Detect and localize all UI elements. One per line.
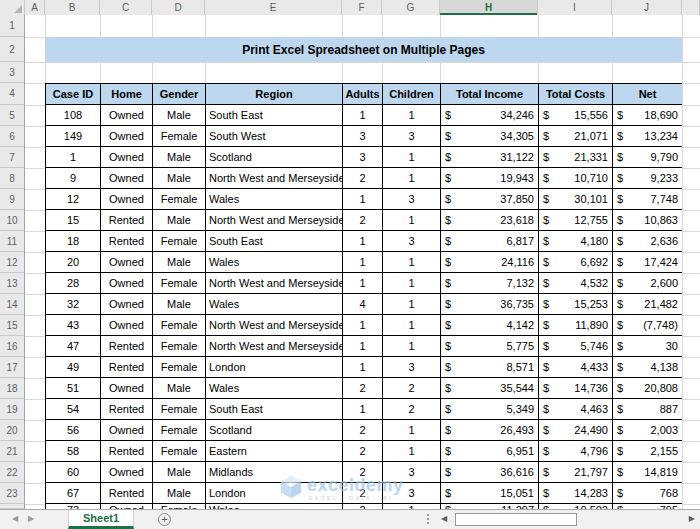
- cell[interactable]: $35,544: [441, 378, 539, 399]
- cell[interactable]: Female: [153, 336, 206, 357]
- column-header-J[interactable]: J: [612, 0, 682, 15]
- cell[interactable]: $31,122: [441, 147, 539, 168]
- cell[interactable]: South East: [206, 105, 343, 126]
- cell[interactable]: $14,283: [539, 483, 613, 504]
- cell[interactable]: Rented: [101, 357, 153, 378]
- cell[interactable]: $21,482: [613, 294, 683, 315]
- cell[interactable]: 108: [46, 105, 101, 126]
- row-header-22[interactable]: 22: [0, 462, 24, 483]
- column-header-I[interactable]: I: [538, 0, 612, 15]
- row-header-11[interactable]: 11: [0, 231, 24, 252]
- cell[interactable]: $2,155: [613, 441, 683, 462]
- cell[interactable]: Female: [153, 357, 206, 378]
- cell[interactable]: Rented: [101, 441, 153, 462]
- cell[interactable]: 51: [46, 378, 101, 399]
- cell[interactable]: 149: [46, 126, 101, 147]
- cell[interactable]: $2,003: [613, 420, 683, 441]
- cell[interactable]: Wales: [206, 189, 343, 210]
- cell[interactable]: Scotland: [206, 420, 343, 441]
- column-header-G[interactable]: G: [382, 0, 440, 15]
- cell[interactable]: 2: [383, 378, 441, 399]
- row-header-23[interactable]: 23: [0, 483, 24, 504]
- cell[interactable]: 28: [46, 273, 101, 294]
- cell[interactable]: 56: [46, 420, 101, 441]
- row-header-12[interactable]: 12: [0, 252, 24, 273]
- cell[interactable]: $18,690: [613, 105, 683, 126]
- cell[interactable]: 67: [46, 483, 101, 504]
- cell[interactable]: 2: [343, 378, 383, 399]
- sheet-tab-sheet1[interactable]: Sheet1: [68, 510, 134, 529]
- row-header-8[interactable]: 8: [0, 168, 24, 189]
- row-header-14[interactable]: 14: [0, 294, 24, 315]
- cell[interactable]: 1: [383, 441, 441, 462]
- title-banner-cell[interactable]: Print Excel Spreadsheet on Multiple Page…: [45, 37, 682, 62]
- cell[interactable]: $21,797: [539, 462, 613, 483]
- cell[interactable]: South West: [206, 126, 343, 147]
- cell[interactable]: 49: [46, 357, 101, 378]
- cell[interactable]: 43: [46, 315, 101, 336]
- cell[interactable]: Male: [153, 252, 206, 273]
- cell[interactable]: 1: [343, 399, 383, 420]
- row-header-15[interactable]: 15: [0, 315, 24, 336]
- cell[interactable]: 1: [383, 315, 441, 336]
- cell[interactable]: $34,246: [441, 105, 539, 126]
- cell[interactable]: Female: [153, 126, 206, 147]
- row-header-21[interactable]: 21: [0, 441, 24, 462]
- cell[interactable]: 18: [46, 231, 101, 252]
- cell[interactable]: $4,180: [539, 231, 613, 252]
- cell[interactable]: $15,556: [539, 105, 613, 126]
- cell[interactable]: 3: [383, 231, 441, 252]
- cell[interactable]: $20,808: [613, 378, 683, 399]
- cell[interactable]: Owned: [101, 462, 153, 483]
- cell[interactable]: $36,735: [441, 294, 539, 315]
- cell[interactable]: $10,710: [539, 168, 613, 189]
- table-header-adults[interactable]: Adults: [343, 84, 383, 105]
- cell[interactable]: $17,424: [613, 252, 683, 273]
- cell[interactable]: North West and Merseyside: [206, 168, 343, 189]
- cell[interactable]: 1: [343, 105, 383, 126]
- row-header-2[interactable]: 2: [0, 37, 24, 62]
- cell[interactable]: $9,233: [613, 168, 683, 189]
- cell[interactable]: Owned: [101, 273, 153, 294]
- cell[interactable]: Male: [153, 105, 206, 126]
- cell[interactable]: 1: [343, 336, 383, 357]
- cell[interactable]: Male: [153, 210, 206, 231]
- cell[interactable]: $13,234: [613, 126, 683, 147]
- cell[interactable]: $10,863: [613, 210, 683, 231]
- cell[interactable]: 3: [343, 126, 383, 147]
- column-header-B[interactable]: B: [45, 0, 100, 15]
- cell[interactable]: 1: [383, 168, 441, 189]
- cell[interactable]: Owned: [101, 315, 153, 336]
- cell[interactable]: $4,433: [539, 357, 613, 378]
- cell[interactable]: Owned: [101, 420, 153, 441]
- cell[interactable]: Male: [153, 378, 206, 399]
- column-header-H[interactable]: H: [440, 0, 538, 15]
- cell[interactable]: 1: [343, 231, 383, 252]
- column-header-D[interactable]: D: [152, 0, 205, 15]
- hscroll-left-icon[interactable]: ◀: [441, 514, 447, 523]
- column-header-blank[interactable]: [682, 0, 700, 15]
- cell[interactable]: Owned: [101, 168, 153, 189]
- cell[interactable]: $23,618: [441, 210, 539, 231]
- cell[interactable]: Eastern: [206, 441, 343, 462]
- hscroll-right-icon[interactable]: ▶: [689, 514, 695, 523]
- row-header-20[interactable]: 20: [0, 420, 24, 441]
- cell[interactable]: 15: [46, 210, 101, 231]
- row-header-16[interactable]: 16: [0, 336, 24, 357]
- cell[interactable]: $4,142: [441, 315, 539, 336]
- cell[interactable]: $4,138: [613, 357, 683, 378]
- cell[interactable]: $7,132: [441, 273, 539, 294]
- cell[interactable]: $6,817: [441, 231, 539, 252]
- cell[interactable]: 2: [343, 420, 383, 441]
- cell[interactable]: Scotland: [206, 147, 343, 168]
- table-header-total-costs[interactable]: Total Costs: [539, 84, 613, 105]
- cell[interactable]: $4,796: [539, 441, 613, 462]
- cell[interactable]: 47: [46, 336, 101, 357]
- cell[interactable]: North West and Merseyside: [206, 273, 343, 294]
- cell[interactable]: $6,951: [441, 441, 539, 462]
- cell[interactable]: $4,532: [539, 273, 613, 294]
- cell[interactable]: Male: [153, 462, 206, 483]
- cell[interactable]: Rented: [101, 483, 153, 504]
- cell[interactable]: 3: [383, 357, 441, 378]
- cell[interactable]: $2,636: [613, 231, 683, 252]
